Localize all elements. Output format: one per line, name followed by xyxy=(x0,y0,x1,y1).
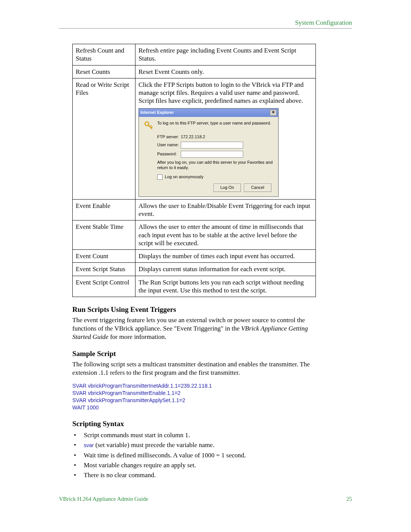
page-header: System Configuration xyxy=(59,19,352,29)
dialog-titlebar: Internet Explorer ✕ xyxy=(139,109,278,117)
cell-name: Event Stable Time xyxy=(73,220,135,250)
cell-name: Read or Write Script Files xyxy=(73,78,135,199)
section-heading-scripting-syntax: Scripting Syntax xyxy=(72,420,352,428)
table-row: Refresh Count and Status Refresh entire … xyxy=(73,44,316,66)
cell-desc: Click the FTP Scripts button to login to… xyxy=(135,78,316,199)
description-table: Refresh Count and Status Refresh entire … xyxy=(72,44,316,297)
table-row: Reset Counts Reset Event Counts only. xyxy=(73,65,316,78)
ftp-server-label: FTP server: xyxy=(157,134,181,140)
list-item: Script commands must start in column 1. xyxy=(84,430,320,440)
username-field[interactable] xyxy=(181,142,243,149)
keys-icon xyxy=(143,121,154,131)
page-footer: VBrick H.264 Appliance Admin Guide 25 xyxy=(59,496,352,502)
username-label: User name: xyxy=(157,142,181,148)
table-row: Event Script Control The Run Script butt… xyxy=(73,276,316,297)
cancel-button[interactable]: Cancel xyxy=(244,184,271,192)
list-item: There is no clear command. xyxy=(84,470,320,480)
header-section-link: System Configuration xyxy=(295,19,352,27)
table-row: Event Stable Time Allows the user to ent… xyxy=(73,220,316,250)
cell-desc: Allows the user to enter the amount of t… xyxy=(135,220,316,250)
dialog-title: Internet Explorer xyxy=(140,110,174,115)
cell-desc: Reset Event Counts only. xyxy=(135,65,316,78)
code-inline: svar xyxy=(84,442,94,448)
section-heading-run-scripts: Run Scripts Using Event Triggers xyxy=(72,305,352,314)
cell-desc: Allows the user to Enable/Disable Event … xyxy=(135,199,316,220)
text: (set variable) must precede the variable… xyxy=(94,441,214,449)
table-row: Event Enable Allows the user to Enable/D… xyxy=(73,199,316,220)
anonymous-label: Log on anonymously xyxy=(165,174,204,180)
cell-desc: Displays current status information for … xyxy=(135,263,316,276)
syntax-list: Script commands must start in column 1. … xyxy=(72,430,320,481)
dialog-note: After you log on, you can add this serve… xyxy=(157,160,274,171)
anonymous-checkbox[interactable] xyxy=(157,174,162,180)
ftp-server-value: 172.22.118.2 xyxy=(181,134,205,140)
cell-name: Reset Counts xyxy=(73,65,135,78)
cell-name: Event Script Status xyxy=(73,263,135,276)
dialog-intro: To log on to this FTP server, type a use… xyxy=(157,121,271,126)
table-row: Read or Write Script Files Click the FTP… xyxy=(73,78,316,199)
cell-desc: Displays the number of times each input … xyxy=(135,250,316,263)
ftp-login-dialog: Internet Explorer ✕ To log on to this xyxy=(139,108,279,197)
list-item: Most variable changes require an apply s… xyxy=(84,460,320,470)
footer-guide-title: VBrick H.264 Appliance Admin Guide xyxy=(59,496,148,502)
cell-desc: The Run Script buttons lets you run each… xyxy=(135,276,316,297)
section-paragraph: The event triggering feature lets you us… xyxy=(72,316,316,341)
table-row: Event Script Status Displays current sta… xyxy=(73,263,316,276)
cell-name: Event Count xyxy=(73,250,135,263)
cell-name: Refresh Count and Status xyxy=(73,44,135,66)
list-item: svar (set variable) must precede the var… xyxy=(84,440,320,450)
password-field[interactable] xyxy=(181,151,243,158)
cell-name: Event Enable xyxy=(73,199,135,220)
close-icon[interactable]: ✕ xyxy=(270,110,277,116)
logon-button[interactable]: Log On xyxy=(213,184,241,192)
password-label: Password: xyxy=(157,152,181,157)
table-row: Event Count Displays the number of times… xyxy=(73,250,316,263)
list-item: Wait time is defined milliseconds. A val… xyxy=(84,451,320,460)
section-heading-sample-script: Sample Script xyxy=(72,350,352,358)
text: for more information. xyxy=(108,333,166,340)
section-paragraph: The following script sets a multicast tr… xyxy=(72,360,316,377)
cell-desc: Refresh entire page including Event Coun… xyxy=(135,44,316,66)
cell-desc-text: Click the FTP Scripts button to login to… xyxy=(139,81,304,105)
sample-script-code: SVAR vbrickProgramTransmitterInetAddr.1.… xyxy=(72,382,352,411)
footer-page-number: 25 xyxy=(346,496,352,502)
cell-name: Event Script Control xyxy=(73,276,135,297)
